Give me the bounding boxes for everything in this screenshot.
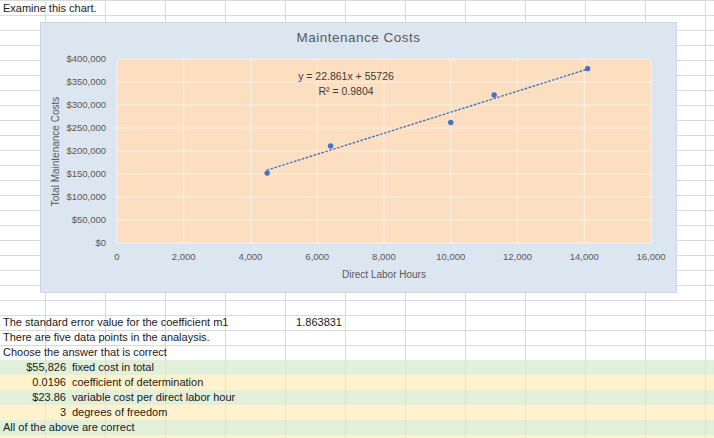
answer-value: 0.0196 (0, 375, 66, 390)
y-tick-label: $150,000 (46, 168, 106, 179)
data-point (585, 66, 590, 71)
y-tick-label: $300,000 (46, 99, 106, 110)
x-axis-title: Direct Labor Hours (117, 269, 651, 280)
chart-title: Maintenance Costs (41, 30, 676, 45)
x-tick-label: 12,000 (488, 251, 548, 262)
x-tick-label: 8,000 (354, 251, 414, 262)
y-tick-label: $100,000 (46, 191, 106, 202)
answer-variable-cost[interactable]: $23.86 variable cost per direct labor ho… (0, 390, 714, 405)
x-tick-label: 14,000 (554, 251, 614, 262)
answer-coefficient-determination[interactable]: 0.0196 coefficient of determination (0, 375, 714, 390)
x-tick-label: 6,000 (287, 251, 347, 262)
y-tick-label: $0 (46, 237, 106, 248)
y-tick-label: $200,000 (46, 145, 106, 156)
y-tick-label: $350,000 (46, 76, 106, 87)
y-tick-label: $50,000 (46, 214, 106, 225)
y-tick-label: $400,000 (46, 53, 106, 64)
answer-value: $55,826 (0, 360, 66, 375)
x-tick-label: 0 (87, 251, 147, 262)
data-point (328, 143, 333, 148)
row-choose-prompt: Choose the answer that is correct (0, 345, 714, 360)
answer-label: All of the above are correct (3, 420, 134, 435)
choose-prompt: Choose the answer that is correct (3, 345, 167, 360)
answer-value: 3 (0, 405, 66, 420)
answer-all-above[interactable]: All of the above are correct (0, 420, 714, 435)
x-tick-label: 10,000 (421, 251, 481, 262)
x-tick-label: 4,000 (221, 251, 281, 262)
answer-label: variable cost per direct labor hour (72, 390, 235, 405)
trendline-equation: y = 22.861x + 55726 (196, 69, 496, 84)
answer-value: $23.86 (0, 390, 66, 405)
row-five-points: There are five data points in the analay… (0, 330, 714, 345)
cell-note: Examine this chart. (3, 1, 97, 16)
answer-label: fixed cost in total (72, 360, 154, 375)
standard-error-label: The standard error value for the coeffic… (3, 315, 228, 330)
spreadsheet: Examine this chart. Maintenance Costs y … (0, 0, 714, 438)
y-tick-label: $250,000 (46, 122, 106, 133)
chart[interactable]: Maintenance Costs y = 22.861x + 55726 R²… (40, 22, 677, 293)
data-point (448, 120, 453, 125)
five-points-note: There are five data points in the analay… (3, 330, 210, 345)
answer-label: coefficient of determination (72, 375, 203, 390)
x-tick-label: 2,000 (154, 251, 214, 262)
data-point (264, 170, 269, 175)
standard-error-value-cell[interactable]: 1.863831 (285, 315, 342, 330)
answer-label: degrees of freedom (72, 405, 167, 420)
row-standard-error: The standard error value for the coeffic… (0, 315, 714, 330)
answer-fixed-cost[interactable]: $55,826 fixed cost in total (0, 360, 714, 375)
trendline-equation-block: y = 22.861x + 55726 R² = 0.9804 (196, 69, 496, 99)
x-tick-label: 16,000 (621, 251, 681, 262)
answer-degrees-freedom[interactable]: 3 degrees of freedom (0, 405, 714, 420)
r-squared: R² = 0.9804 (196, 84, 496, 99)
